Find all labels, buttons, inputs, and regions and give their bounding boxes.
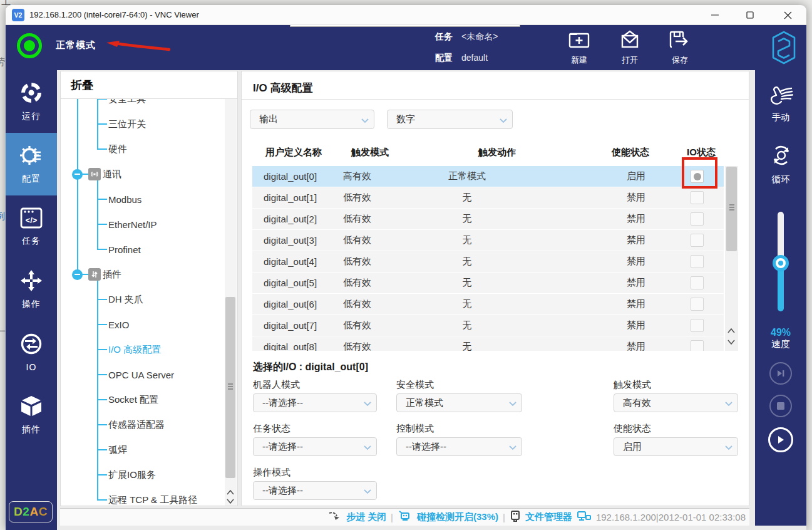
tree-item[interactable]: 安全工具 xyxy=(108,99,146,112)
tree-item[interactable]: EtherNet/IP xyxy=(108,212,157,237)
close-button[interactable] xyxy=(773,5,802,25)
tree-scroll-down-button[interactable] xyxy=(225,496,235,506)
io-state-checkbox[interactable] xyxy=(691,319,704,332)
io-state-checkbox[interactable] xyxy=(691,298,704,311)
tree-collapse-header[interactable]: 折叠 xyxy=(71,78,93,93)
right-sidebar: 手动 循环 49% 速度 xyxy=(755,70,806,526)
io-state-checkbox[interactable] xyxy=(691,340,704,351)
toolbar-button-1[interactable]: 新建 xyxy=(557,29,601,67)
table-scrollbar-thumb[interactable] xyxy=(726,167,737,251)
loop-mode-label[interactable]: 循环 xyxy=(755,174,806,185)
chevron-down-icon xyxy=(725,442,732,452)
network-icon xyxy=(577,510,592,525)
manual-mode-label[interactable]: 手动 xyxy=(755,112,806,123)
table-row[interactable]: digital_out[7]低有效无禁用 xyxy=(252,315,724,336)
form-select[interactable]: --请选择-- xyxy=(253,393,377,412)
tree-item[interactable]: 扩展IO服务 xyxy=(108,462,156,487)
io-state-checkbox[interactable] xyxy=(691,276,704,289)
collision-status[interactable]: 碰撞检测开启(33%) xyxy=(417,511,498,523)
speed-slider-thumb-dot xyxy=(778,261,783,266)
tree-connector xyxy=(97,148,107,150)
tree-scrollbar-thumb[interactable] xyxy=(225,297,235,478)
status-bar: 步进 关闭 | 碰撞检测开启(33%) | 文件管理器 192.168.1.20… xyxy=(60,508,749,526)
tree-item[interactable]: 硬件 xyxy=(108,137,127,162)
step-forward-button[interactable] xyxy=(769,362,792,385)
desktop-fragment: 例 xyxy=(0,210,5,222)
annotation-arrow xyxy=(106,40,172,53)
sidebar-item-5[interactable]: IO xyxy=(6,321,57,383)
io-direction-select[interactable]: 输出 xyxy=(250,110,374,129)
tree-item[interactable]: I/O 高级配置 xyxy=(108,337,161,362)
sidebar-item-6[interactable]: 插件 xyxy=(6,383,57,446)
stop-button[interactable] xyxy=(769,395,792,417)
tree-item[interactable]: ExIO xyxy=(108,312,129,337)
tree-collapse-icon[interactable] xyxy=(72,269,83,280)
manual-mode-icon[interactable] xyxy=(769,85,794,109)
title-bar[interactable]: V2 192.168.1.200 (intel-corei7-64:0) - V… xyxy=(6,5,806,25)
tree-item[interactable]: Profinet xyxy=(108,237,141,262)
form-select[interactable]: --请选择-- xyxy=(396,437,522,456)
cell-trigger-action: 无 xyxy=(442,273,492,293)
sidebar-item-1[interactable]: 运行 xyxy=(6,70,57,133)
cell-trigger-action: 无 xyxy=(442,315,492,336)
toolbar-button-3[interactable]: 保存 xyxy=(658,29,702,67)
table-row[interactable]: digital_out[2]低有效无禁用 xyxy=(252,209,724,229)
io-state-checkbox[interactable] xyxy=(691,234,704,247)
cell-enable-state: 禁用 xyxy=(611,230,661,251)
tree-connector xyxy=(97,499,107,501)
toolbar-button-2[interactable]: 打开 xyxy=(608,29,652,67)
tree-item[interactable]: 弧焊 xyxy=(108,437,127,462)
tree-item[interactable]: Modbus xyxy=(108,187,141,212)
table-row[interactable]: digital_out[5]低有效无禁用 xyxy=(252,273,724,293)
form-select[interactable]: 正常模式 xyxy=(396,393,522,412)
form-select[interactable]: --请选择-- xyxy=(253,481,377,500)
tree-item[interactable]: Socket 配置 xyxy=(108,387,158,412)
sidebar-item-4[interactable]: 操作 xyxy=(6,258,57,321)
io-state-checkbox[interactable] xyxy=(691,255,704,268)
step-status[interactable]: 步进 关闭 xyxy=(346,511,386,523)
table-row[interactable]: digital_out[6]低有效无禁用 xyxy=(252,294,724,314)
io-state-checkbox[interactable] xyxy=(691,212,704,226)
sidebar-item-3[interactable]: </>任务 xyxy=(6,195,57,258)
code-window-icon: </> xyxy=(20,207,43,231)
d2ac-logo-button[interactable]: D2AC xyxy=(9,501,53,522)
io-state-checkbox[interactable] xyxy=(691,191,704,204)
chevron-down-icon xyxy=(509,398,516,408)
table-row[interactable]: digital_out[0]高有效正常模式启用 xyxy=(252,166,724,187)
form-select[interactable]: --请选择-- xyxy=(253,437,377,456)
form-field-label: 触发模式 xyxy=(614,379,651,391)
tree-item[interactable]: 远程 TCP & 工具路径 xyxy=(108,487,197,506)
table-row[interactable]: digital_out[4]低有效无禁用 xyxy=(252,251,724,272)
cell-trigger-action: 无 xyxy=(442,187,492,208)
vnc-toolbar-strip[interactable] xyxy=(290,25,520,27)
file-manager-link[interactable]: 文件管理器 xyxy=(525,511,572,523)
sidebar-item-2[interactable]: 配置 xyxy=(6,133,57,195)
form-field-label: 安全模式 xyxy=(396,379,434,391)
maximize-button[interactable] xyxy=(736,5,764,25)
form-field-label: 控制模式 xyxy=(396,423,434,435)
table-row[interactable]: digital_out[3]低有效无禁用 xyxy=(252,230,724,251)
tree-connector xyxy=(82,174,88,175)
chevron-down-icon xyxy=(364,442,371,452)
loop-mode-icon[interactable] xyxy=(770,144,793,169)
tree-connector xyxy=(97,123,107,125)
form-select[interactable]: 启用 xyxy=(614,437,738,456)
play-button[interactable] xyxy=(768,427,793,452)
tree-item[interactable]: 通讯 xyxy=(103,162,121,187)
io-type-select[interactable]: 数字 xyxy=(387,110,513,129)
form-select[interactable]: 高有效 xyxy=(614,393,738,412)
table-row[interactable]: digital_out[8]低有效无禁用 xyxy=(252,336,724,351)
tree-collapse-icon[interactable] xyxy=(72,169,83,180)
table-row[interactable]: digital_out[1]低有效无禁用 xyxy=(252,187,724,208)
tree-item[interactable]: DH 夹爪 xyxy=(108,287,143,312)
table-scroll-down-button[interactable] xyxy=(726,337,736,347)
tree-item[interactable]: 三位开关 xyxy=(108,112,146,137)
config-value: default xyxy=(461,53,488,63)
tree-item[interactable]: 插件 xyxy=(103,262,121,287)
tree-item[interactable]: 传感器适配器 xyxy=(108,412,165,437)
minimize-button[interactable] xyxy=(701,5,729,25)
cell-trigger-action: 正常模式 xyxy=(442,166,492,187)
tree-item[interactable]: OPC UA Server xyxy=(108,362,174,387)
page-title: I/O 高级配置 xyxy=(253,81,312,95)
table-scroll-up-button[interactable] xyxy=(726,326,736,336)
